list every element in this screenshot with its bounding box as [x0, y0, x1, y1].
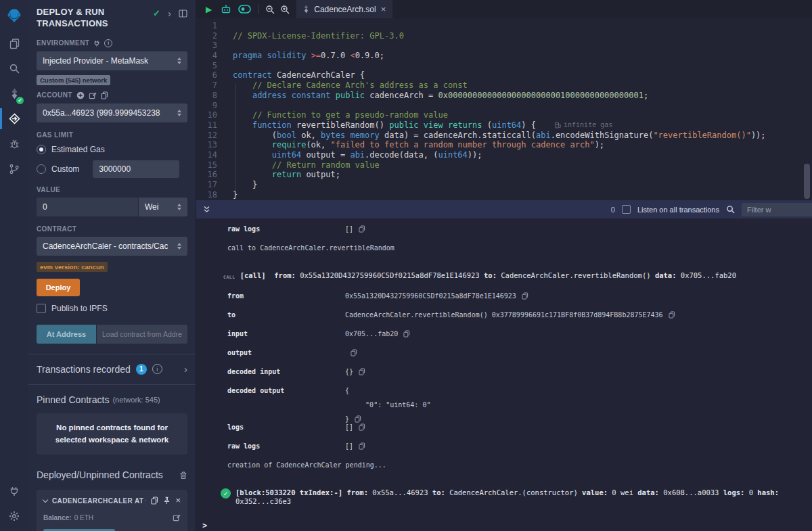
terminal-success-row[interactable]: ✓[block:5033220 txIndex:-] from: 0x55a..… — [196, 488, 812, 506]
copilot-toggle-icon[interactable] — [238, 5, 251, 14]
estimated-gas-label: Estimated Gas — [51, 145, 105, 154]
balance-value: 0 ETH — [74, 514, 93, 522]
contract-select[interactable]: CadenceArchCaler - contracts/Cac — [37, 237, 187, 256]
copy-icon[interactable] — [355, 415, 361, 423]
line-number[interactable]: 7 — [196, 80, 217, 91]
run-script-play-icon[interactable]: ▶ — [206, 5, 212, 14]
line-number[interactable]: 17 — [196, 180, 217, 190]
editor-scrollbar[interactable] — [804, 164, 810, 199]
ai-copilot-robot-icon[interactable] — [221, 4, 231, 14]
terminal-value: 0x55a1320D432759960C5Df0215a8dF78e1E1469… — [345, 292, 516, 300]
line-number[interactable]: 9 — [196, 101, 217, 111]
git-icon[interactable] — [0, 156, 28, 181]
terminal: 0 Listen on all transactions raw logs[]c… — [196, 200, 812, 531]
activity-bar-bottom — [0, 478, 28, 528]
line-number[interactable]: 14 — [196, 150, 217, 160]
code-line: return output; — [233, 170, 812, 180]
deploy-run-icon[interactable] — [0, 106, 28, 131]
line-number[interactable]: 5 — [196, 61, 217, 71]
line-number[interactable]: 3 — [196, 41, 217, 51]
publish-ipfs-row: Publish to IPFS — [37, 304, 187, 313]
copy-address-icon[interactable] — [151, 497, 158, 505]
zoom-out-icon[interactable] — [265, 5, 275, 14]
publish-ipfs-checkbox[interactable] — [37, 304, 46, 313]
line-number[interactable]: 1 — [196, 21, 217, 31]
debugger-icon[interactable] — [0, 131, 28, 156]
pinned-contracts-header: Pinned Contracts (network: 545) — [28, 385, 196, 412]
copy-icon[interactable] — [359, 225, 365, 233]
copy-icon[interactable] — [359, 423, 365, 431]
terminal-prompt[interactable]: > — [202, 521, 812, 530]
environment-select[interactable]: Injected Provider - MetaMask — [37, 51, 187, 70]
copy-icon[interactable] — [359, 368, 365, 375]
collapse-chevron-icon[interactable] — [43, 497, 48, 503]
value-label: VALUE — [37, 186, 187, 193]
terminal-body[interactable]: raw logs[]call to CadenceArchCaler.rever… — [196, 218, 812, 531]
copy-icon[interactable] — [669, 311, 675, 319]
copy-icon[interactable] — [403, 330, 410, 338]
line-number[interactable]: 15 — [196, 160, 217, 170]
terminal-text-row: call to CadenceArchCaler.revertibleRando… — [196, 244, 812, 252]
edit-balance-icon[interactable] — [173, 513, 181, 522]
at-address-button[interactable]: At Address — [37, 325, 96, 344]
file-explorer-icon[interactable] — [0, 31, 28, 56]
custom-gas-radio[interactable] — [37, 164, 46, 174]
transactions-info-icon[interactable]: i — [152, 364, 162, 374]
listen-all-checkbox[interactable] — [622, 205, 631, 214]
remix-logo-icon[interactable] — [0, 0, 28, 31]
copy-icon[interactable] — [351, 349, 357, 356]
solidity-compiler-icon[interactable]: ✓ — [0, 81, 28, 106]
tab-cadencearch-sol[interactable]: CadenceArch.sol × — [296, 0, 392, 18]
pin-contract-icon[interactable] — [163, 497, 171, 505]
terminal-collapse-icon[interactable] — [203, 206, 210, 213]
environment-info-icon[interactable]: i — [104, 39, 112, 47]
remove-contract-icon[interactable]: × — [175, 497, 181, 504]
line-number[interactable]: 8 — [196, 91, 217, 101]
value-input[interactable] — [37, 198, 138, 216]
add-account-icon[interactable] — [76, 91, 85, 99]
line-number[interactable]: 4 — [196, 51, 217, 61]
line-number[interactable]: 10 — [196, 110, 217, 120]
line-number[interactable]: 13 — [196, 140, 217, 150]
line-number[interactable]: 12 — [196, 131, 217, 141]
terminal-text: call to CadenceArchCaler.revertibleRando… — [227, 244, 394, 252]
transactions-recorded-row[interactable]: Transactions recorded 1 i › — [28, 354, 196, 384]
pin-panel-layout-icon[interactable] — [179, 9, 187, 18]
line-number[interactable]: 2 — [196, 31, 217, 41]
estimated-gas-radio[interactable] — [37, 145, 46, 154]
clear-deployed-trash-icon[interactable] — [179, 471, 187, 480]
zoom-in-icon[interactable] — [280, 5, 290, 14]
terminal-filter-input[interactable] — [742, 203, 812, 216]
gas-limit-label: GAS LIMIT — [37, 131, 187, 139]
edit-account-icon[interactable] — [89, 91, 97, 99]
editor-gutter[interactable]: 123456789101112131415161718 — [196, 21, 226, 200]
search-icon[interactable] — [0, 56, 28, 81]
terminal-value: CadenceArchCaler.revertibleRandom() 0x37… — [345, 311, 663, 319]
settings-gear-icon[interactable] — [0, 503, 28, 528]
transactions-expand-chevron[interactable]: › — [184, 366, 187, 373]
at-address-input[interactable] — [97, 325, 187, 344]
panel-body: ENVIRONMENT i Injected Provider - MetaMa… — [28, 32, 196, 344]
code-area[interactable]: // SPDX-License-Identifier: GPL-3.0pragm… — [226, 21, 812, 200]
copy-icon[interactable] — [359, 442, 365, 450]
code-line: // SPDX-License-Identifier: GPL-3.0 — [233, 31, 812, 41]
close-tab-icon[interactable]: × — [381, 6, 386, 13]
custom-gas-input[interactable] — [93, 160, 179, 178]
plugin-manager-icon[interactable] — [0, 478, 28, 503]
gas-estimated-row: Estimated Gas — [37, 145, 187, 154]
terminal-call-row[interactable]: CALL[call] from: 0x55a1320D432759960C5Df… — [196, 271, 812, 281]
line-number[interactable]: 16 — [196, 170, 217, 180]
value-unit-select[interactable]: Wei — [139, 198, 187, 216]
deploy-button[interactable]: Deploy — [37, 279, 80, 296]
chevron-right-icon[interactable]: › — [168, 10, 171, 17]
account-select[interactable]: 0x55a...46923 (999.9999453238 — [37, 103, 187, 122]
copy-account-icon[interactable] — [101, 91, 108, 99]
line-number[interactable]: 6 — [196, 70, 217, 80]
line-number[interactable]: 11 — [196, 120, 217, 131]
listen-all-label: Listen on all transactions — [637, 206, 719, 214]
terminal-search-icon[interactable] — [726, 205, 735, 214]
line-number[interactable]: 18 — [196, 190, 217, 200]
copy-icon[interactable] — [522, 292, 528, 300]
plug-icon[interactable] — [93, 40, 100, 47]
code-editor[interactable]: 123456789101112131415161718 // SPDX-Lice… — [196, 18, 812, 200]
